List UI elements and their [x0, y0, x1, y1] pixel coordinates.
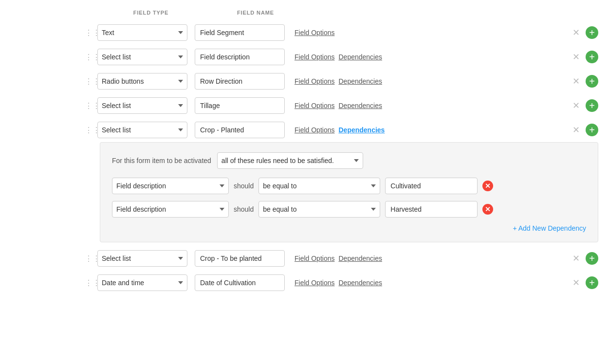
action-icons-3: ✕ +: [572, 75, 598, 88]
field-name-input-2[interactable]: [195, 49, 285, 65]
add-icon-2[interactable]: +: [586, 51, 598, 63]
drag-handle-7[interactable]: ⋮⋮: [88, 278, 97, 288]
field-type-select-4[interactable]: Select list Text Radio buttons Date and …: [97, 97, 187, 114]
activation-label: For this form item to be activated: [112, 157, 211, 164]
delete-icon-1[interactable]: ✕: [572, 28, 580, 37]
delete-icon-3[interactable]: ✕: [572, 77, 580, 86]
field-type-select-5[interactable]: Select list Text Radio buttons Date and …: [97, 122, 187, 138]
delete-icon-2[interactable]: ✕: [572, 53, 580, 61]
page-container: FIELD TYPE FIELD NAME ⋮⋮ Text Select lis…: [0, 0, 608, 364]
dep-should-label-1: should: [234, 182, 254, 190]
header-field-name: FIELD NAME: [207, 10, 304, 16]
dep-remove-btn-1[interactable]: ✕: [482, 181, 493, 191]
dep-should-label-2: should: [234, 205, 254, 213]
drag-handle-6[interactable]: ⋮⋮: [88, 254, 97, 263]
field-actions-4: Field Options Dependencies: [295, 102, 572, 109]
dep-remove-btn-2[interactable]: ✕: [482, 204, 493, 215]
field-options-btn-3[interactable]: Field Options: [295, 77, 334, 85]
add-icon-4[interactable]: +: [586, 99, 598, 112]
field-type-select-3[interactable]: Radio buttons Text Select list Date and …: [97, 73, 187, 90]
field-options-btn-2[interactable]: Field Options: [295, 53, 334, 61]
field-actions-2: Field Options Dependencies: [295, 53, 572, 61]
field-name-input-4[interactable]: [195, 97, 285, 114]
field-row-4: ⋮⋮ Select list Text Radio buttons Date a…: [0, 93, 608, 118]
field-type-select-2[interactable]: Select list Text Radio buttons Date and …: [97, 49, 187, 65]
field-actions-6: Field Options Dependencies: [295, 255, 572, 262]
action-icons-2: ✕ +: [572, 51, 598, 63]
field-type-select-1[interactable]: Text Select list Radio buttons Date and …: [97, 24, 187, 41]
field-actions-7: Field Options Dependencies: [295, 279, 572, 287]
drag-handle-1[interactable]: ⋮⋮: [88, 28, 97, 37]
field-name-input-1[interactable]: [195, 24, 285, 41]
field-name-input-5[interactable]: [195, 122, 285, 138]
dep-condition-select-2[interactable]: be equal to not be equal to contain: [258, 201, 380, 218]
action-icons-4: ✕ +: [572, 99, 598, 112]
dep-condition-row-2: Field description Field Segment Row Dire…: [112, 201, 586, 218]
dep-value-input-1[interactable]: [385, 178, 478, 194]
drag-handle-4[interactable]: ⋮⋮: [88, 101, 97, 110]
field-options-btn-1[interactable]: Field Options: [295, 29, 334, 36]
action-icons-6: ✕ +: [572, 252, 598, 265]
dependencies-btn-5[interactable]: Dependencies: [338, 126, 385, 134]
dependencies-btn-3[interactable]: Dependencies: [338, 77, 382, 85]
add-icon-1[interactable]: +: [586, 26, 598, 39]
dependencies-btn-6[interactable]: Dependencies: [338, 255, 382, 262]
field-name-input-7[interactable]: [195, 274, 285, 291]
drag-handle-5[interactable]: ⋮⋮: [88, 126, 97, 135]
dep-condition-select-1[interactable]: be equal to not be equal to contain: [258, 178, 380, 194]
dependencies-btn-7[interactable]: Dependencies: [338, 279, 382, 287]
delete-icon-7[interactable]: ✕: [572, 278, 580, 287]
table-header: FIELD TYPE FIELD NAME: [102, 10, 608, 20]
action-icons-5: ✕ +: [572, 124, 598, 136]
dependencies-btn-4[interactable]: Dependencies: [338, 102, 382, 109]
field-options-btn-7[interactable]: Field Options: [295, 279, 334, 287]
field-actions-1: Field Options: [295, 29, 572, 36]
dep-field-select-2[interactable]: Field description Field Segment Row Dire…: [112, 201, 229, 218]
field-options-btn-4[interactable]: Field Options: [295, 102, 334, 109]
delete-icon-4[interactable]: ✕: [572, 101, 580, 110]
dep-add-row: + Add New Dependency: [112, 224, 586, 232]
drag-handle-3[interactable]: ⋮⋮: [88, 77, 97, 86]
dep-value-input-2[interactable]: [385, 201, 478, 218]
add-icon-7[interactable]: +: [586, 276, 598, 289]
dep-condition-row-1: Field description Field Segment Row Dire…: [112, 178, 586, 194]
field-row-7: ⋮⋮ Date and time Text Select list Radio …: [0, 271, 608, 295]
field-options-btn-6[interactable]: Field Options: [295, 255, 334, 262]
action-icons-1: ✕ +: [572, 26, 598, 39]
field-type-select-6[interactable]: Select list Text Radio buttons Date and …: [97, 250, 187, 267]
dependencies-panel: For this form item to be activated all o…: [100, 142, 598, 242]
dep-activation-row: For this form item to be activated all o…: [112, 152, 586, 169]
field-actions-5: Field Options Dependencies: [295, 126, 572, 134]
field-row-6: ⋮⋮ Select list Text Radio buttons Date a…: [0, 246, 608, 271]
field-row-2: ⋮⋮ Select list Text Radio buttons Date a…: [0, 45, 608, 69]
dep-field-select-1[interactable]: Field description Field Segment Row Dire…: [112, 178, 229, 194]
dependencies-btn-2[interactable]: Dependencies: [338, 53, 382, 61]
add-icon-3[interactable]: +: [586, 75, 598, 88]
add-icon-5[interactable]: +: [586, 124, 598, 136]
field-row-1: ⋮⋮ Text Select list Radio buttons Date a…: [0, 20, 608, 45]
field-actions-3: Field Options Dependencies: [295, 77, 572, 85]
field-name-input-6[interactable]: [195, 250, 285, 267]
field-type-select-7[interactable]: Date and time Text Select list Radio but…: [97, 274, 187, 291]
field-row-3: ⋮⋮ Radio buttons Text Select list Date a…: [0, 69, 608, 93]
add-dependency-btn[interactable]: + Add New Dependency: [513, 224, 586, 232]
drag-handle-2[interactable]: ⋮⋮: [88, 53, 97, 62]
field-options-btn-5[interactable]: Field Options: [295, 126, 334, 134]
delete-icon-6[interactable]: ✕: [572, 254, 580, 263]
delete-icon-5[interactable]: ✕: [572, 126, 580, 134]
header-field-type: FIELD TYPE: [102, 10, 200, 16]
action-icons-7: ✕ +: [572, 276, 598, 289]
add-icon-6[interactable]: +: [586, 252, 598, 265]
field-row-5: ⋮⋮ Select list Text Radio buttons Date a…: [0, 118, 608, 142]
activation-rule-select[interactable]: all of these rules need to be satisfied.…: [217, 152, 363, 169]
field-name-input-3[interactable]: [195, 73, 285, 90]
